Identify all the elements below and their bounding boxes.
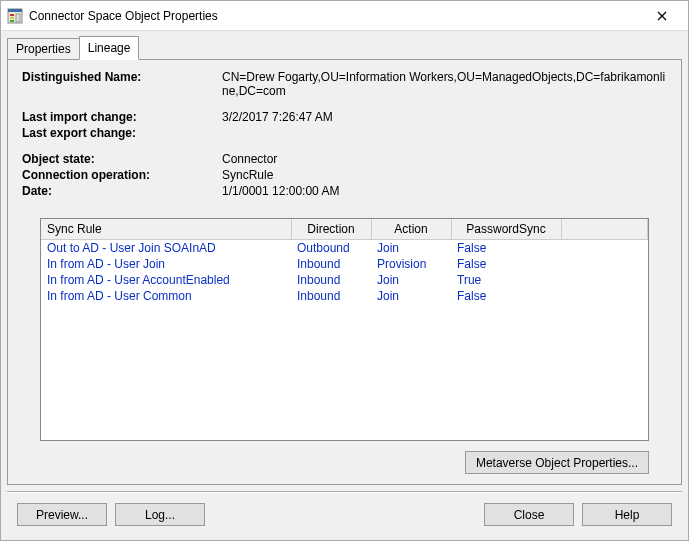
cell-direction[interactable]: Inbound	[291, 256, 371, 272]
cell-action[interactable]: Provision	[371, 256, 451, 272]
cell-password_sync[interactable]: False	[451, 240, 561, 257]
header-password-sync[interactable]: PasswordSync	[451, 219, 561, 240]
svg-rect-4	[10, 20, 14, 22]
cell-spacer	[561, 256, 648, 272]
last-import-value: 3/2/2017 7:26:47 AM	[222, 110, 667, 124]
table-row[interactable]: In from AD - User JoinInboundProvisionFa…	[41, 256, 648, 272]
last-export-label: Last export change:	[22, 126, 222, 140]
cell-spacer	[561, 272, 648, 288]
title-bar: Connector Space Object Properties	[1, 1, 688, 31]
help-button[interactable]: Help	[582, 503, 672, 526]
cell-direction[interactable]: Inbound	[291, 272, 371, 288]
bottom-bar: Preview... Log... Close Help	[7, 499, 682, 534]
separator	[7, 491, 682, 493]
window-title: Connector Space Object Properties	[29, 9, 642, 23]
log-button[interactable]: Log...	[115, 503, 205, 526]
dn-label: Distinguished Name:	[22, 70, 222, 98]
cell-direction[interactable]: Inbound	[291, 288, 371, 304]
last-import-label: Last import change:	[22, 110, 222, 124]
object-state-label: Object state:	[22, 152, 222, 166]
tab-properties[interactable]: Properties	[7, 38, 80, 59]
cell-spacer	[561, 240, 648, 257]
window: Connector Space Object Properties Proper…	[0, 0, 689, 541]
cell-action[interactable]: Join	[371, 288, 451, 304]
cell-rule[interactable]: In from AD - User Common	[41, 288, 291, 304]
connection-op-label: Connection operation:	[22, 168, 222, 182]
header-direction[interactable]: Direction	[291, 219, 371, 240]
close-icon[interactable]	[642, 2, 682, 30]
last-export-value	[222, 126, 667, 140]
cell-direction[interactable]: Outbound	[291, 240, 371, 257]
cell-rule[interactable]: In from AD - User Join	[41, 256, 291, 272]
preview-button[interactable]: Preview...	[17, 503, 107, 526]
object-state-value: Connector	[222, 152, 667, 166]
cell-password_sync[interactable]: False	[451, 256, 561, 272]
cell-password_sync[interactable]: True	[451, 272, 561, 288]
client-area: Properties Lineage Distinguished Name: C…	[1, 31, 688, 540]
svg-rect-1	[8, 9, 22, 12]
tab-strip: Properties Lineage	[7, 37, 682, 59]
dn-value: CN=Drew Fogarty,OU=Information Workers,O…	[222, 70, 667, 98]
close-button[interactable]: Close	[484, 503, 574, 526]
table-row[interactable]: In from AD - User AccountEnabledInboundJ…	[41, 272, 648, 288]
table-row[interactable]: Out to AD - User Join SOAInADOutboundJoi…	[41, 240, 648, 257]
metaverse-properties-button[interactable]: Metaverse Object Properties...	[465, 451, 649, 474]
cell-action[interactable]: Join	[371, 240, 451, 257]
cell-rule[interactable]: In from AD - User AccountEnabled	[41, 272, 291, 288]
svg-rect-2	[10, 14, 14, 16]
date-label: Date:	[22, 184, 222, 198]
table-row[interactable]: In from AD - User CommonInboundJoinFalse	[41, 288, 648, 304]
date-value: 1/1/0001 12:00:00 AM	[222, 184, 667, 198]
sync-rule-grid[interactable]: Sync Rule Direction Action PasswordSync …	[40, 218, 649, 441]
header-spacer	[561, 219, 648, 240]
tab-lineage[interactable]: Lineage	[79, 36, 140, 60]
grid-header-row: Sync Rule Direction Action PasswordSync	[41, 219, 648, 240]
app-icon	[7, 8, 23, 24]
header-sync-rule[interactable]: Sync Rule	[41, 219, 291, 240]
connection-op-value: SyncRule	[222, 168, 667, 182]
svg-rect-3	[10, 17, 14, 19]
cell-spacer	[561, 288, 648, 304]
cell-rule[interactable]: Out to AD - User Join SOAInAD	[41, 240, 291, 257]
svg-rect-5	[16, 14, 20, 22]
header-action[interactable]: Action	[371, 219, 451, 240]
cell-password_sync[interactable]: False	[451, 288, 561, 304]
cell-action[interactable]: Join	[371, 272, 451, 288]
tab-panel-lineage: Distinguished Name: CN=Drew Fogarty,OU=I…	[7, 59, 682, 485]
